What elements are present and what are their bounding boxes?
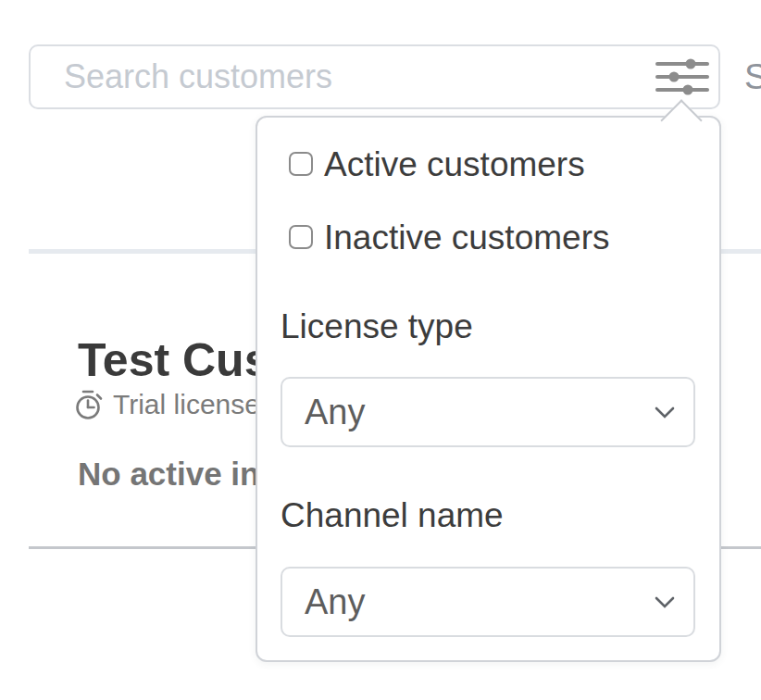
sliders-icon <box>655 57 710 96</box>
channel-name-value: Any <box>305 584 649 619</box>
license-info-row: Trial license <box>74 389 260 420</box>
license-type-label: License type <box>281 309 473 344</box>
active-customers-option[interactable]: Active customers <box>289 145 585 181</box>
customer-status-text: No active in <box>78 457 259 490</box>
filter-button[interactable] <box>648 54 717 100</box>
active-customers-checkbox[interactable] <box>289 152 313 176</box>
license-info-text: Trial license <box>113 389 260 420</box>
search-input[interactable] <box>29 44 720 109</box>
filter-panel: Active customers Inactive customers Lice… <box>256 116 721 662</box>
checkbox-label: Active customers <box>324 145 585 181</box>
license-type-value: Any <box>305 394 649 430</box>
inactive-customers-checkbox[interactable] <box>289 225 313 249</box>
chevron-down-icon <box>649 396 680 428</box>
page: { "search_bar": { "placeholder": "Search… <box>0 0 761 700</box>
license-type-select[interactable]: Any <box>281 377 695 447</box>
checkbox-label: Inactive customers <box>324 219 609 255</box>
secondary-button-truncated[interactable]: S <box>744 57 761 97</box>
inactive-customers-option[interactable]: Inactive customers <box>289 219 609 255</box>
channel-name-select[interactable]: Any <box>281 567 695 637</box>
chevron-down-icon <box>649 586 680 618</box>
customer-title: Test Cust <box>78 337 285 383</box>
channel-name-label: Channel name <box>281 498 504 532</box>
timer-icon <box>74 389 104 420</box>
